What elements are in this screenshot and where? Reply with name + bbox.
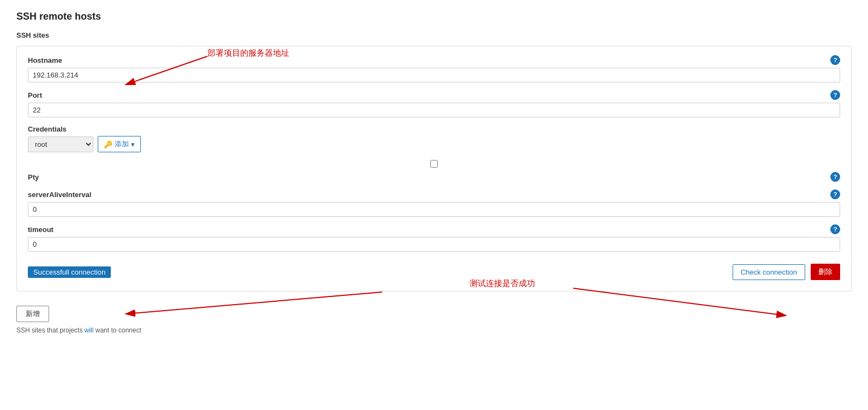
footer-note-text2: want to connect (93, 326, 141, 334)
port-label-row: Port ? (28, 90, 840, 100)
credentials-select[interactable]: root (28, 136, 93, 152)
server-alive-field-row: serverAliveInterval ? (28, 189, 840, 217)
pty-label: Pty (28, 173, 39, 181)
timeout-field-row: timeout ? (28, 224, 840, 252)
hostname-label-row: Hostname ? (28, 55, 840, 65)
server-alive-help-icon[interactable]: ? (830, 189, 840, 199)
server-alive-label-row: serverAliveInterval ? (28, 189, 840, 199)
hostname-label: Hostname (28, 56, 62, 64)
port-field-row: Port ? (28, 90, 840, 117)
port-help-icon[interactable]: ? (830, 90, 840, 100)
dropdown-arrow-icon: ▾ (131, 140, 135, 148)
bottom-actions: Successfull connection Check connection … (28, 259, 840, 280)
right-action-group: Check connection 删除 (733, 264, 840, 280)
credentials-field-row: Credentials root 🔑 添加 ▾ (28, 125, 840, 152)
hostname-input[interactable] (28, 68, 840, 82)
footer-link[interactable]: will (85, 326, 94, 334)
timeout-label: timeout (28, 225, 53, 234)
key-icon: 🔑 (104, 140, 112, 148)
pty-field-row: Pty ? (28, 172, 840, 182)
footer-note: SSH sites that projects will want to con… (16, 326, 852, 334)
timeout-input[interactable] (28, 237, 840, 252)
footer-note-text: SSH sites that projects (16, 326, 85, 334)
new-button[interactable]: 新增 (16, 306, 49, 322)
credentials-label-row: Credentials (28, 125, 840, 133)
timeout-label-row: timeout ? (28, 224, 840, 234)
ssh-sites-box: Hostname ? Port ? Credentials (16, 46, 852, 292)
port-input[interactable] (28, 103, 840, 117)
server-alive-label: serverAliveInterval (28, 191, 91, 199)
hostname-help-icon[interactable]: ? (830, 55, 840, 65)
success-badge: Successfull connection (28, 266, 111, 278)
add-credentials-button[interactable]: 🔑 添加 ▾ (98, 136, 141, 152)
pty-label-row: Pty ? (28, 172, 840, 182)
pty-checkbox-center (28, 160, 840, 168)
timeout-help-icon[interactable]: ? (830, 224, 840, 234)
pty-help-icon[interactable]: ? (830, 172, 840, 182)
check-connection-button[interactable]: Check connection (733, 264, 805, 280)
server-alive-input[interactable] (28, 202, 840, 217)
port-label: Port (28, 91, 42, 99)
add-button-label: 添加 (115, 139, 129, 149)
pty-checkbox[interactable] (430, 160, 438, 168)
section-label: SSH sites (16, 31, 852, 39)
credentials-controls: root 🔑 添加 ▾ (28, 136, 840, 152)
page-title: SSH remote hosts (16, 11, 852, 22)
delete-button[interactable]: 删除 (811, 264, 840, 280)
credentials-label: Credentials (28, 125, 67, 133)
hostname-field-row: Hostname ? (28, 55, 840, 82)
